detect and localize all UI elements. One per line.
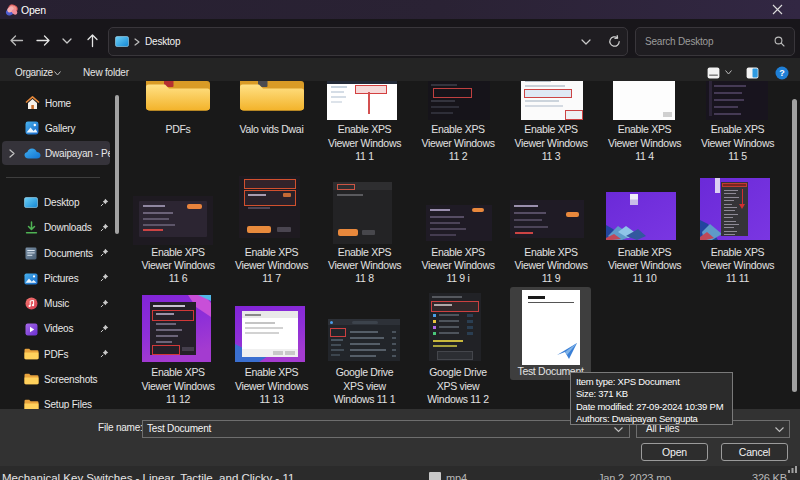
svg-text:?: ? [779,68,785,78]
